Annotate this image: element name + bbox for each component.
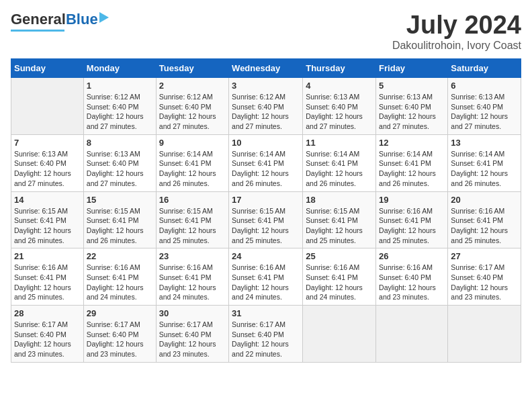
- day-number: 30: [159, 308, 226, 318]
- cell-line: Sunrise: 6:14 AM: [306, 149, 373, 159]
- cell-line: Daylight: 12 hours: [232, 283, 300, 293]
- cell-line: and 24 minutes.: [232, 292, 300, 302]
- cell-line: Sunset: 6:40 PM: [87, 330, 153, 340]
- day-number: 12: [379, 138, 445, 148]
- day-number: 2: [159, 81, 226, 91]
- calendar-cell: 11Sunrise: 6:14 AMSunset: 6:41 PMDayligh…: [303, 134, 376, 191]
- calendar-cell: 21Sunrise: 6:16 AMSunset: 6:41 PMDayligh…: [11, 248, 84, 306]
- cell-line: Daylight: 12 hours: [232, 226, 300, 236]
- calendar-cell: 12Sunrise: 6:14 AMSunset: 6:41 PMDayligh…: [376, 134, 448, 191]
- cell-line: and 25 minutes.: [14, 292, 81, 302]
- cell-line: Sunset: 6:40 PM: [232, 102, 300, 112]
- cell-line: Sunrise: 6:16 AM: [87, 263, 153, 273]
- cell-line: Daylight: 12 hours: [306, 111, 373, 122]
- cell-line: Sunset: 6:40 PM: [14, 158, 81, 169]
- day-number: 27: [451, 251, 518, 261]
- cell-line: Sunset: 6:41 PM: [159, 158, 226, 169]
- cell-line: Sunrise: 6:16 AM: [379, 263, 445, 273]
- cell-line: Sunset: 6:40 PM: [451, 273, 518, 283]
- calendar-cell: 1Sunrise: 6:12 AMSunset: 6:40 PMDaylight…: [83, 78, 156, 135]
- calendar-week-5: 28Sunrise: 6:17 AMSunset: 6:40 PMDayligh…: [11, 306, 521, 363]
- cell-line: Sunrise: 6:14 AM: [159, 149, 226, 159]
- cell-line: Daylight: 12 hours: [306, 169, 373, 179]
- page-header: General Blue July 2024 Dakoulitrohoin, I…: [11, 11, 521, 52]
- day-number: 13: [451, 138, 518, 148]
- day-number: 7: [14, 138, 81, 148]
- day-number: 6: [451, 81, 518, 91]
- cell-line: Sunrise: 6:15 AM: [87, 206, 153, 216]
- cell-line: Sunset: 6:41 PM: [159, 216, 226, 226]
- day-number: 24: [232, 251, 300, 261]
- cell-line: Sunset: 6:41 PM: [379, 216, 445, 226]
- calendar-title: July 2024: [392, 11, 521, 40]
- calendar-cell: [376, 306, 448, 363]
- calendar-cell: 2Sunrise: 6:12 AMSunset: 6:40 PMDaylight…: [156, 78, 228, 135]
- cell-line: Sunset: 6:40 PM: [87, 158, 153, 169]
- cell-line: Daylight: 12 hours: [306, 283, 373, 293]
- day-number: 25: [306, 251, 373, 261]
- cell-line: Sunset: 6:41 PM: [306, 216, 373, 226]
- cell-line: and 22 minutes.: [232, 349, 300, 359]
- column-header-monday: Monday: [83, 59, 156, 78]
- column-header-tuesday: Tuesday: [156, 59, 228, 78]
- calendar-cell: 14Sunrise: 6:15 AMSunset: 6:41 PMDayligh…: [11, 191, 84, 248]
- cell-line: Sunset: 6:41 PM: [306, 158, 373, 169]
- cell-line: and 23 minutes.: [87, 349, 153, 359]
- cell-line: and 26 minutes.: [232, 179, 300, 189]
- cell-line: Sunrise: 6:15 AM: [14, 206, 81, 216]
- cell-line: Daylight: 12 hours: [379, 111, 445, 122]
- day-number: 9: [159, 138, 226, 148]
- cell-line: Sunrise: 6:14 AM: [232, 149, 300, 159]
- cell-line: Daylight: 12 hours: [232, 111, 300, 122]
- cell-line: and 27 minutes.: [87, 179, 153, 189]
- cell-line: Sunset: 6:40 PM: [14, 330, 81, 340]
- cell-line: Sunrise: 6:17 AM: [232, 320, 300, 330]
- calendar-week-2: 7Sunrise: 6:13 AMSunset: 6:40 PMDaylight…: [11, 134, 521, 191]
- cell-line: Sunset: 6:41 PM: [14, 273, 81, 283]
- cell-line: and 23 minutes.: [159, 349, 226, 359]
- cell-line: and 25 minutes.: [379, 236, 445, 246]
- logo-arrow-icon: [99, 12, 109, 23]
- cell-line: Daylight: 12 hours: [159, 283, 226, 293]
- cell-line: Sunset: 6:41 PM: [379, 158, 445, 169]
- cell-line: Daylight: 12 hours: [451, 111, 518, 122]
- day-number: 22: [87, 251, 153, 261]
- day-number: 19: [379, 195, 445, 205]
- cell-line: Sunset: 6:40 PM: [306, 102, 373, 112]
- calendar-week-1: 1Sunrise: 6:12 AMSunset: 6:40 PMDaylight…: [11, 78, 521, 135]
- cell-line: Daylight: 12 hours: [87, 111, 153, 122]
- day-number: 28: [14, 308, 81, 318]
- cell-line: and 24 minutes.: [306, 292, 373, 302]
- logo: General Blue: [11, 11, 98, 32]
- cell-line: Sunrise: 6:16 AM: [379, 206, 445, 216]
- calendar-cell: [303, 306, 376, 363]
- cell-line: and 26 minutes.: [87, 236, 153, 246]
- cell-line: and 26 minutes.: [159, 179, 226, 189]
- column-header-thursday: Thursday: [303, 59, 376, 78]
- cell-line: Sunrise: 6:16 AM: [451, 206, 518, 216]
- cell-line: Sunset: 6:40 PM: [379, 102, 445, 112]
- day-number: 1: [87, 81, 153, 91]
- calendar-cell: 31Sunrise: 6:17 AMSunset: 6:40 PMDayligh…: [229, 306, 303, 363]
- cell-line: Daylight: 12 hours: [87, 339, 153, 349]
- calendar-cell: 5Sunrise: 6:13 AMSunset: 6:40 PMDaylight…: [376, 78, 448, 135]
- day-number: 10: [232, 138, 300, 148]
- cell-line: Daylight: 12 hours: [14, 226, 81, 236]
- calendar-cell: [448, 306, 521, 363]
- calendar-cell: 16Sunrise: 6:15 AMSunset: 6:41 PMDayligh…: [156, 191, 228, 248]
- logo-general: General: [11, 11, 66, 28]
- cell-line: Sunrise: 6:14 AM: [451, 149, 518, 159]
- cell-line: Sunrise: 6:16 AM: [14, 263, 81, 273]
- calendar-cell: 25Sunrise: 6:16 AMSunset: 6:41 PMDayligh…: [303, 248, 376, 306]
- cell-line: Daylight: 12 hours: [14, 169, 81, 179]
- cell-line: Sunrise: 6:13 AM: [451, 92, 518, 102]
- calendar-table: SundayMondayTuesdayWednesdayThursdayFrid…: [11, 58, 521, 363]
- calendar-cell: [11, 78, 84, 135]
- column-header-saturday: Saturday: [448, 59, 521, 78]
- calendar-header-row: SundayMondayTuesdayWednesdayThursdayFrid…: [11, 59, 521, 78]
- cell-line: Sunrise: 6:15 AM: [232, 206, 300, 216]
- calendar-cell: 27Sunrise: 6:17 AMSunset: 6:40 PMDayligh…: [448, 248, 521, 306]
- day-number: 23: [159, 251, 226, 261]
- column-header-friday: Friday: [376, 59, 448, 78]
- cell-line: and 26 minutes.: [451, 179, 518, 189]
